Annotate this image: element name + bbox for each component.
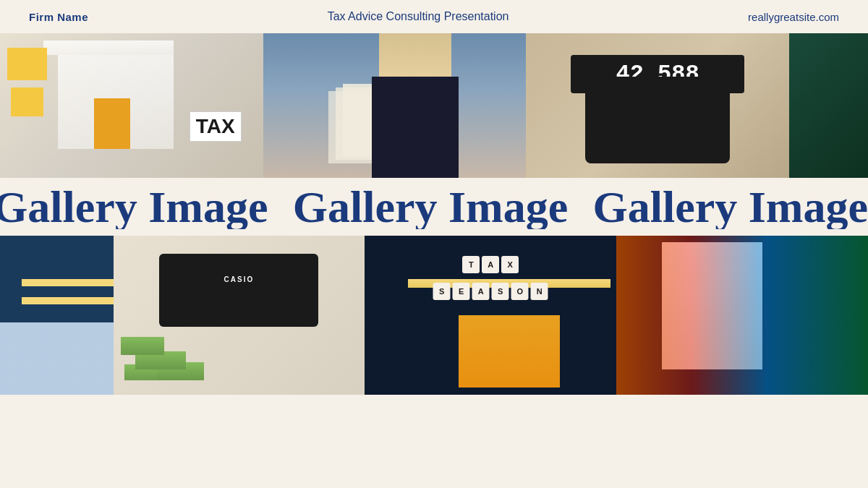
header: Firm Name Tax Advice Consulting Presenta… (0, 0, 868, 33)
image-man-screen (616, 236, 868, 395)
season-tile-s1: S (433, 283, 451, 300)
gallery-text-1: Gallery Image (0, 184, 284, 229)
top-image-row (0, 33, 868, 178)
tax-tiles: T A X (462, 256, 519, 273)
gallery-image-label-2: Gallery Image (293, 184, 569, 229)
season-tiles: S E A S O N (433, 283, 548, 300)
firm-name: Firm Name (29, 11, 88, 23)
gallery-image-label-1: Gallery Image (0, 184, 268, 229)
season-tile-a: A (472, 283, 490, 300)
season-tile-n: N (531, 283, 548, 300)
tax-tile-a: A (482, 256, 499, 273)
bottom-image-row: T A X S E A S O N (0, 236, 868, 395)
image-pencils-doc (0, 236, 114, 395)
image-dark-green (789, 33, 868, 178)
season-tile-o: O (511, 283, 529, 300)
image-tax-season: T A X S E A S O N (365, 236, 616, 395)
season-tile-e: E (453, 283, 470, 300)
image-calculator-hand (526, 33, 789, 178)
tax-tile-t: T (462, 256, 480, 273)
image-tax-papers (0, 33, 263, 178)
season-tile-s2: S (492, 283, 509, 300)
image-woman-papers (263, 33, 527, 178)
gallery-text-2: Gallery Image (284, 184, 576, 229)
tax-tile-x: X (501, 256, 519, 273)
presentation-title: Tax Advice Consulting Presentation (328, 10, 509, 23)
website-url: reallygreatsite.com (748, 11, 839, 23)
gallery-text-row: Gallery Image Gallery Image Gallery Imag… (0, 178, 868, 236)
gallery-image-label-3: Gallery Image (592, 184, 868, 229)
image-money-calculator (114, 236, 365, 395)
gallery-text-3: Gallery Image (576, 184, 868, 229)
